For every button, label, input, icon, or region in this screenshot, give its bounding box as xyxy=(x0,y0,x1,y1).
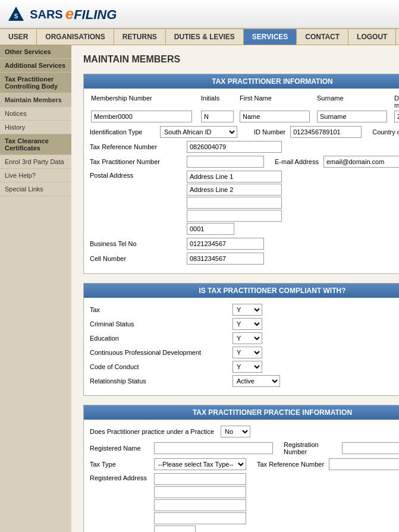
education-label: Education xyxy=(90,335,233,342)
sidebar-item-maintain-members[interactable]: Maintain Members xyxy=(0,93,71,107)
col-membership-header: Membership Number xyxy=(91,95,201,109)
sidebar-item-enrol-3rd-party[interactable]: Enrol 3rd Party Data xyxy=(0,155,71,169)
reg-addr2-input[interactable] xyxy=(154,486,246,498)
address4-input[interactable] xyxy=(187,210,282,222)
sidebar-item-notices[interactable]: Notices xyxy=(0,107,71,121)
reg-number-input[interactable] xyxy=(342,442,399,454)
criminal-row: Criminal Status YN xyxy=(90,318,399,330)
tax-ref-label: Tax Reference Number xyxy=(90,143,182,150)
sidebar-item-special-links[interactable]: Special Links xyxy=(0,182,71,196)
membership-number-input[interactable] xyxy=(91,111,192,122)
email-label: E-mail Address xyxy=(275,158,319,165)
criminal-select[interactable]: YN xyxy=(233,318,262,330)
tax-label: Tax xyxy=(90,306,233,313)
section2-body: Tax YN Criminal Status YN Education YN xyxy=(84,298,399,395)
relationship-label: Relationship Status xyxy=(90,377,233,385)
practitioner-email-row: Tax Practitioner Number E-mail Address xyxy=(90,156,399,168)
section3-body: Does Practitioner practice under a Pract… xyxy=(84,420,399,532)
address3-input[interactable] xyxy=(187,197,282,209)
address2-input[interactable] xyxy=(187,184,282,196)
practitioner-no-label: Tax Practitioner Number xyxy=(90,158,182,165)
business-tel-row: Business Tel No xyxy=(90,238,399,250)
dob-input[interactable] xyxy=(394,111,399,122)
practice-label: Does Practitioner practice under a Pract… xyxy=(90,428,221,435)
tax-select[interactable]: YN xyxy=(233,304,262,316)
practice-tax-ref-input[interactable] xyxy=(329,458,399,470)
reg-addr1-input[interactable] xyxy=(154,473,246,485)
address-inputs xyxy=(187,171,282,235)
nav-contact[interactable]: CONTACT xyxy=(297,29,348,45)
reg-name-input[interactable] xyxy=(154,442,273,454)
nav-organisations[interactable]: ORGANISATIONS xyxy=(37,29,114,45)
email-input[interactable] xyxy=(323,156,399,168)
address1-input[interactable] xyxy=(187,171,282,182)
logo: S SARS eFILING xyxy=(7,5,117,23)
sidebar-item-tax-clearance[interactable]: Tax Clearance Certificates xyxy=(0,134,71,155)
practitioner-no-input[interactable] xyxy=(187,156,264,168)
sidebar-item-additional-services[interactable]: Additional Services xyxy=(0,59,71,73)
tax-type-row: Tax Type --Please select Tax Type-- Tax … xyxy=(90,458,399,470)
tax-ref-input[interactable] xyxy=(187,141,282,153)
education-select[interactable]: YN xyxy=(233,332,262,344)
section-tax-practitioner-info: TAX PRACTITIONER INFORMATION Membership … xyxy=(83,74,399,274)
id-number-label: ID Number xyxy=(254,128,285,136)
cell-label: Cell Number xyxy=(90,255,182,262)
reg-address-row: Registered Address xyxy=(90,473,399,532)
practice-select[interactable]: NoYes xyxy=(221,426,250,437)
col-initials-header: Initials xyxy=(201,95,240,109)
conduct-row: Code of Conduct YN xyxy=(90,361,399,373)
top-navigation: USER ORGANISATIONS RETURNS DUTIES & LEVI… xyxy=(0,29,399,45)
cpd-row: Continuous Professional Development YN xyxy=(90,347,399,358)
id-type-select[interactable]: South African ID Passport xyxy=(160,126,237,138)
section1-header: TAX PRACTITIONER INFORMATION xyxy=(84,74,399,89)
col-surname-header: Surname xyxy=(317,95,394,109)
id-row: Identification Type South African ID Pas… xyxy=(90,126,399,138)
business-tel-input[interactable] xyxy=(187,238,264,250)
reg-postal-code-input[interactable] xyxy=(154,525,196,532)
col-headers-row: Membership Number Initials First Name Su… xyxy=(90,95,399,109)
practice-under-row: Does Practitioner practice under a Pract… xyxy=(90,426,399,437)
reg-name-row: Registered Name Registration Number xyxy=(90,441,399,455)
member-data-row xyxy=(90,111,399,122)
tax-type-select[interactable]: --Please select Tax Type-- xyxy=(154,458,246,470)
reg-address-inputs xyxy=(154,473,246,532)
country-label: Country of Issue xyxy=(372,128,399,136)
education-row: Education YN xyxy=(90,332,399,344)
postal-address-row: Postal Address xyxy=(90,171,399,235)
efiling-text: FILING xyxy=(74,7,117,22)
svg-text:S: S xyxy=(14,13,18,20)
section2-header: IS TAX PRACTITIONER COMPLIANT WITH? xyxy=(84,284,399,298)
cpd-select[interactable]: YN xyxy=(233,347,262,358)
conduct-select[interactable]: YN xyxy=(233,361,262,373)
cell-input[interactable] xyxy=(187,253,264,265)
nav-duties[interactable]: DUTIES & LEVIES xyxy=(166,29,244,45)
cell-row: Cell Number xyxy=(90,253,399,265)
sidebar-item-history[interactable]: History xyxy=(0,121,71,134)
practice-tax-ref-label: Tax Reference Number xyxy=(257,461,324,468)
relationship-select[interactable]: ActiveInactive xyxy=(233,375,280,387)
efiling-e: e xyxy=(65,5,74,23)
section-practice-info: TAX PRACTITIONER PRACTICE INFORMATION Do… xyxy=(83,405,399,532)
reg-number-label: Registration Number xyxy=(284,441,337,455)
nav-logout[interactable]: LOGOUT xyxy=(348,29,396,45)
business-tel-label: Business Tel No xyxy=(90,240,182,247)
section1-body: Membership Number Initials First Name Su… xyxy=(84,89,399,273)
sars-logo-text: S SARS xyxy=(7,5,63,23)
postal-code-input[interactable] xyxy=(187,223,234,235)
reg-addr4-input[interactable] xyxy=(154,512,246,524)
nav-services[interactable]: SERVICES xyxy=(244,29,297,45)
sidebar-item-tax-practitioner[interactable]: Tax Practitioner Controlling Body xyxy=(0,73,71,93)
reg-addr3-input[interactable] xyxy=(154,499,246,511)
surname-input[interactable] xyxy=(317,111,387,122)
main-layout: Other Services Additional Services Tax P… xyxy=(0,45,399,532)
firstname-input[interactable] xyxy=(240,111,310,122)
initials-input[interactable] xyxy=(201,111,234,122)
nav-user[interactable]: USER xyxy=(0,29,37,45)
id-number-input[interactable] xyxy=(290,126,362,138)
sidebar-item-other-services[interactable]: Other Services xyxy=(0,45,71,59)
id-type-label: Identification Type xyxy=(90,128,155,136)
postal-label: Postal Address xyxy=(90,171,182,179)
sidebar-item-live-help[interactable]: Live Help? xyxy=(0,169,71,182)
tax-ref-row: Tax Reference Number xyxy=(90,141,399,153)
nav-returns[interactable]: RETURNS xyxy=(114,29,166,45)
